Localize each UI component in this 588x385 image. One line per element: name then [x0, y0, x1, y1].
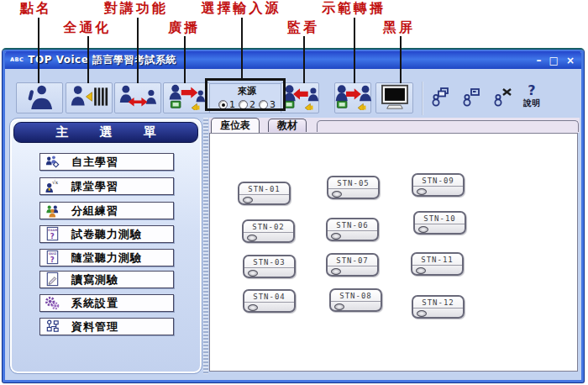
- menu-item-label: 資料管理: [71, 319, 118, 335]
- radio-icon: [259, 100, 268, 109]
- seat-STN-08[interactable]: STN-08: [329, 288, 382, 312]
- menu-item-label: 試卷聽力測驗: [71, 227, 142, 242]
- help-button[interactable]: ? 說明: [515, 84, 549, 109]
- radio-icon: [218, 100, 228, 109]
- person-x-button[interactable]: [490, 85, 515, 112]
- seat-status-light: [416, 267, 426, 274]
- tab-materials[interactable]: 教材: [268, 119, 307, 132]
- demo-relay-icon: [333, 83, 372, 113]
- seat-label: STN-12: [413, 297, 463, 309]
- allcall-button[interactable]: [66, 82, 113, 113]
- seat-STN-04[interactable]: STN-04: [243, 289, 296, 313]
- person-window-button[interactable]: [459, 85, 484, 112]
- intercom-icon: [118, 83, 157, 113]
- seat-STN-09[interactable]: STN-09: [412, 173, 465, 197]
- menu-item-group-practice[interactable]: 分組練習: [39, 202, 174, 219]
- annotation-blackscreen: 黑屏: [383, 19, 415, 37]
- seat-status-light: [248, 270, 258, 277]
- seat-label: STN-08: [331, 290, 381, 302]
- person-copy-button[interactable]: [428, 85, 453, 112]
- blackscreen-button[interactable]: [375, 82, 413, 113]
- menu-item-label: 自主學習: [71, 155, 118, 170]
- content-area: 座位表教材 STN-01STN-02STN-03STN-04STN-05STN-…: [209, 118, 580, 373]
- title-bar: ABC TOP Voice 語言學習考試系統 – □ ×: [5, 51, 581, 69]
- tab-seating-chart[interactable]: 座位表: [211, 118, 260, 133]
- menu-item-class-study[interactable]: √x課堂學習: [39, 177, 174, 195]
- seat-label: STN-05: [328, 177, 378, 189]
- seat-status-light: [331, 268, 341, 275]
- seat-label: STN-04: [244, 291, 294, 303]
- annotation-rollcall: 點名: [20, 0, 52, 18]
- toolbar: 來源 123 ? 說明: [5, 69, 581, 118]
- annotation-all-call: 全通化: [64, 19, 112, 37]
- students-icon: [45, 154, 60, 170]
- seat-status-light: [331, 233, 341, 240]
- seat-status-light: [334, 303, 344, 310]
- seat-label: STN-06: [328, 219, 377, 231]
- demo-relay-button[interactable]: [334, 82, 371, 113]
- app-window: ABC TOP Voice 語言學習考試系統 – □ × 來源 123 ? 說明: [2, 48, 585, 383]
- radio-label: 1: [229, 99, 235, 110]
- source-radio-1[interactable]: 1: [218, 99, 235, 110]
- svg-text:√x: √x: [52, 179, 59, 185]
- source-radio-2[interactable]: 2: [239, 99, 255, 110]
- broadcast-button[interactable]: [163, 82, 210, 113]
- seat-STN-11[interactable]: STN-11: [411, 252, 464, 276]
- seat-label: STN-01: [239, 183, 289, 195]
- seat-STN-03[interactable]: STN-03: [243, 255, 296, 278]
- source-label: 來源: [210, 85, 284, 98]
- person-x-icon: [491, 86, 513, 111]
- svg-text:?: ?: [50, 256, 55, 264]
- annotation-intercom: 對講功能: [104, 0, 168, 18]
- menu-item-system-settings[interactable]: 系統設置: [39, 294, 174, 312]
- gears-icon: [45, 295, 60, 311]
- seat-status-light: [247, 235, 257, 241]
- menu-item-label: 讀寫測驗: [71, 272, 118, 287]
- seat-STN-07[interactable]: STN-07: [326, 253, 379, 277]
- group-icon: [45, 203, 60, 219]
- help-icon: ?: [515, 84, 549, 98]
- exam-doc-icon: EXAM?: [45, 226, 60, 242]
- seat-status-light: [332, 191, 342, 198]
- annotation-demo-relay: 示範轉播: [322, 0, 386, 18]
- minimize-button[interactable]: –: [537, 55, 542, 66]
- menu-item-read-write-test[interactable]: 讀寫測驗: [39, 271, 174, 288]
- seat-label: STN-10: [415, 213, 465, 224]
- intercom-button[interactable]: [114, 82, 161, 113]
- blackscreen-icon: [375, 83, 414, 113]
- monitor-button[interactable]: [281, 82, 319, 113]
- seat-STN-02[interactable]: STN-02: [242, 219, 295, 243]
- menu-item-label: 系統設置: [71, 296, 118, 311]
- seat-label: STN-11: [412, 254, 462, 266]
- allcall-icon: [70, 83, 108, 113]
- person-copy-icon: [429, 86, 451, 111]
- menu-item-exam-listening-test[interactable]: EXAM?試卷聽力測驗: [39, 225, 174, 243]
- annotation-broadcast: 廣播: [168, 19, 200, 37]
- window-title: TOP Voice 語言學習考試系統: [28, 53, 176, 67]
- app-icon: ABC: [10, 57, 24, 63]
- window-inner: ABC TOP Voice 語言學習考試系統 – □ × 來源 123 ? 說明: [5, 51, 581, 379]
- seat-status-light: [243, 197, 253, 203]
- seat-STN-05[interactable]: STN-05: [327, 176, 380, 199]
- menu-item-label: 隨堂聽力測驗: [71, 251, 142, 266]
- seat-STN-10[interactable]: STN-10: [413, 211, 466, 235]
- seat-status-light: [417, 310, 427, 317]
- source-radio-3[interactable]: 3: [259, 99, 276, 110]
- seat-label: STN-02: [244, 221, 293, 233]
- monitor-icon: [281, 83, 319, 113]
- menu-item-data-management[interactable]: 資料管理: [39, 318, 174, 335]
- rollcall-button[interactable]: [16, 82, 63, 113]
- seat-STN-12[interactable]: STN-12: [412, 295, 465, 319]
- maximize-button[interactable]: □: [549, 55, 559, 66]
- write-doc-icon: [45, 272, 60, 287]
- seat-STN-01[interactable]: STN-01: [238, 182, 291, 205]
- radio-label: 3: [270, 99, 276, 110]
- seating-panel: STN-01STN-02STN-03STN-04STN-05STN-06STN-…: [209, 133, 578, 372]
- seat-STN-06[interactable]: STN-06: [326, 218, 379, 241]
- menu-item-self-study[interactable]: 自主學習: [39, 153, 174, 171]
- seat-label: STN-09: [413, 175, 463, 187]
- splitter[interactable]: [203, 118, 208, 374]
- menu-item-quiz-listening-test[interactable]: QUIZ?隨堂聽力測驗: [39, 249, 174, 266]
- seat-status-light: [248, 304, 258, 311]
- close-button[interactable]: ×: [566, 55, 575, 66]
